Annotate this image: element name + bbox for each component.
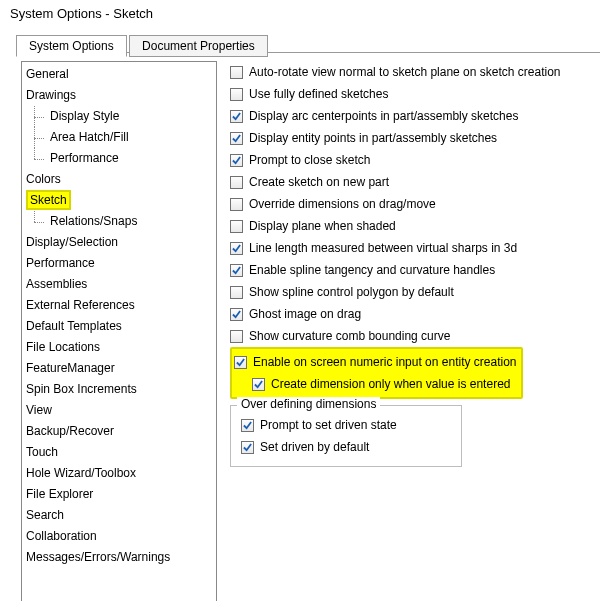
checkbox-curv_comb[interactable] xyxy=(230,330,243,343)
main-panel: GeneralDrawingsDisplay StyleArea Hatch/F… xyxy=(16,52,600,601)
tree-item-label: Drawings xyxy=(26,88,76,102)
tree-item-sketch[interactable]: Sketch xyxy=(26,190,216,211)
tree-item-label: Messages/Errors/Warnings xyxy=(26,550,170,564)
tree-item-colors[interactable]: Colors xyxy=(26,169,216,190)
option-row-plane_shaded: Display plane when shaded xyxy=(230,215,600,237)
option-label: Show curvature comb bounding curve xyxy=(249,329,450,343)
tree-item-label: Sketch xyxy=(26,190,71,210)
tree-item-view[interactable]: View xyxy=(26,400,216,421)
checkbox-auto_rotate[interactable] xyxy=(230,66,243,79)
option-label: Ghost image on drag xyxy=(249,307,361,321)
checkbox-driven_default[interactable] xyxy=(241,441,254,454)
tree-item-display-style[interactable]: Display Style xyxy=(26,106,216,127)
tree-item-hole-wizard-toolbox[interactable]: Hole Wizard/Toolbox xyxy=(26,463,216,484)
option-label: Set driven by default xyxy=(260,440,369,454)
tree-item-label: Performance xyxy=(26,256,95,270)
option-row-spline_tangency: Enable spline tangency and curvature han… xyxy=(230,259,600,281)
option-label: Create sketch on new part xyxy=(249,175,389,189)
group-legend: Over defining dimensions xyxy=(237,397,380,411)
tree-item-featuremanager[interactable]: FeatureManager xyxy=(26,358,216,379)
option-row-line_length_vs: Line length measured between virtual sha… xyxy=(230,237,600,259)
option-row-prompt_close: Prompt to close sketch xyxy=(230,149,600,171)
window-title: System Options - Sketch xyxy=(0,0,600,29)
checkbox-numeric_input[interactable] xyxy=(234,356,247,369)
option-label: Enable on screen numeric input on entity… xyxy=(253,355,517,369)
option-row-auto_rotate: Auto-rotate view normal to sketch plane … xyxy=(230,61,600,83)
tree-item-label: View xyxy=(26,403,52,417)
tree-item-label: Relations/Snaps xyxy=(50,214,137,228)
tree-item-backup-recover[interactable]: Backup/Recover xyxy=(26,421,216,442)
checkbox-prompt_driven[interactable] xyxy=(241,419,254,432)
checkbox-fully_defined[interactable] xyxy=(230,88,243,101)
checkbox-arc_centerpoints[interactable] xyxy=(230,110,243,123)
tree-item-file-locations[interactable]: File Locations xyxy=(26,337,216,358)
tree-item-performance[interactable]: Performance xyxy=(26,148,216,169)
tree-item-default-templates[interactable]: Default Templates xyxy=(26,316,216,337)
over-defining-group: Over defining dimensionsPrompt to set dr… xyxy=(230,405,462,467)
checkbox-line_length_vs[interactable] xyxy=(230,242,243,255)
option-label: Prompt to close sketch xyxy=(249,153,370,167)
tree-item-label: Collaboration xyxy=(26,529,97,543)
tree-item-label: File Explorer xyxy=(26,487,93,501)
option-label: Display plane when shaded xyxy=(249,219,396,233)
tree-item-general[interactable]: General xyxy=(26,64,216,85)
option-row-spline_polygon: Show spline control polygon by default xyxy=(230,281,600,303)
option-row-curv_comb: Show curvature comb bounding curve xyxy=(230,325,600,347)
system-options-window: System Options - Sketch System Options D… xyxy=(0,0,600,601)
tree-item-label: Backup/Recover xyxy=(26,424,114,438)
option-label: Auto-rotate view normal to sketch plane … xyxy=(249,65,561,79)
tree-item-assemblies[interactable]: Assemblies xyxy=(26,274,216,295)
tree-item-file-explorer[interactable]: File Explorer xyxy=(26,484,216,505)
tree-item-label: Spin Box Increments xyxy=(26,382,137,396)
tree-item-label: FeatureManager xyxy=(26,361,115,375)
option-row-override_dims: Override dimensions on drag/move xyxy=(230,193,600,215)
tree-item-label: Colors xyxy=(26,172,61,186)
checkbox-dim_on_value[interactable] xyxy=(252,378,265,391)
tree-item-label: Search xyxy=(26,508,64,522)
tree-item-external-references[interactable]: External References xyxy=(26,295,216,316)
tree-item-display-selection[interactable]: Display/Selection xyxy=(26,232,216,253)
checkbox-override_dims[interactable] xyxy=(230,198,243,211)
tree-item-messages-errors-warnings[interactable]: Messages/Errors/Warnings xyxy=(26,547,216,568)
options-panel: Auto-rotate view normal to sketch plane … xyxy=(230,61,600,601)
option-row-entity_points: Display entity points in part/assembly s… xyxy=(230,127,600,149)
option-label: Display entity points in part/assembly s… xyxy=(249,131,497,145)
checkbox-entity_points[interactable] xyxy=(230,132,243,145)
tree-item-relations-snaps[interactable]: Relations/Snaps xyxy=(26,211,216,232)
option-label: Enable spline tangency and curvature han… xyxy=(249,263,495,277)
tree-item-label: Hole Wizard/Toolbox xyxy=(26,466,136,480)
option-row-create_new_part: Create sketch on new part xyxy=(230,171,600,193)
option-row-dim_on_value: Create dimension only when value is ente… xyxy=(234,373,517,395)
tab-document-properties[interactable]: Document Properties xyxy=(129,35,268,57)
option-row-prompt_driven: Prompt to set driven state xyxy=(241,414,451,436)
tree-item-label: Assemblies xyxy=(26,277,87,291)
checkbox-prompt_close[interactable] xyxy=(230,154,243,167)
option-label: Prompt to set driven state xyxy=(260,418,397,432)
option-label: Display arc centerpoints in part/assembl… xyxy=(249,109,518,123)
checkbox-ghost_drag[interactable] xyxy=(230,308,243,321)
checkbox-spline_tangency[interactable] xyxy=(230,264,243,277)
checkbox-spline_polygon[interactable] xyxy=(230,286,243,299)
highlighted-option-group: Enable on screen numeric input on entity… xyxy=(230,347,523,399)
tree-item-label: General xyxy=(26,67,69,81)
option-label: Use fully defined sketches xyxy=(249,87,388,101)
tree-item-performance[interactable]: Performance xyxy=(26,253,216,274)
tree-item-touch[interactable]: Touch xyxy=(26,442,216,463)
tree-item-label: Performance xyxy=(50,151,119,165)
tree-item-label: External References xyxy=(26,298,135,312)
tree-item-collaboration[interactable]: Collaboration xyxy=(26,526,216,547)
tree-item-label: Default Templates xyxy=(26,319,122,333)
tree-item-area-hatch-fill[interactable]: Area Hatch/Fill xyxy=(26,127,216,148)
checkbox-create_new_part[interactable] xyxy=(230,176,243,189)
tree-item-search[interactable]: Search xyxy=(26,505,216,526)
option-row-ghost_drag: Ghost image on drag xyxy=(230,303,600,325)
tree-item-label: Area Hatch/Fill xyxy=(50,130,129,144)
tree-item-drawings[interactable]: Drawings xyxy=(26,85,216,106)
tree-item-spin-box-increments[interactable]: Spin Box Increments xyxy=(26,379,216,400)
option-label: Create dimension only when value is ente… xyxy=(271,377,510,391)
option-row-driven_default: Set driven by default xyxy=(241,436,451,458)
option-row-fully_defined: Use fully defined sketches xyxy=(230,83,600,105)
tab-system-options[interactable]: System Options xyxy=(16,35,127,57)
option-label: Override dimensions on drag/move xyxy=(249,197,436,211)
checkbox-plane_shaded[interactable] xyxy=(230,220,243,233)
